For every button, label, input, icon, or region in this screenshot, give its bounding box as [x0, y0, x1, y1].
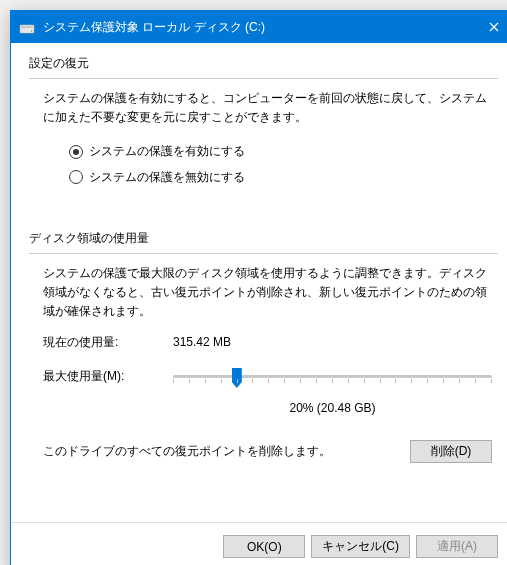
radio-disable-protection[interactable]: システムの保護を無効にする [43, 165, 492, 190]
divider [29, 78, 498, 79]
svg-rect-1 [21, 26, 33, 28]
radio-enable-label: システムの保護を有効にする [89, 142, 245, 161]
window-title: システム保護対象 ローカル ディスク (C:) [43, 19, 471, 36]
max-usage-label: 最大使用量(M): [43, 367, 173, 386]
titlebar: システム保護対象 ローカル ディスク (C:) [11, 11, 507, 43]
slider-value-text: 20% (20.48 GB) [173, 399, 492, 418]
dialog-footer: OK(O) キャンセル(C) 適用(A) [11, 522, 507, 565]
max-usage-slider[interactable] [173, 367, 492, 387]
drive-icon [19, 19, 35, 35]
usage-description: システムの保護で最大限のディスク領域を使用するように調整できます。ディスク領域が… [43, 264, 492, 322]
restore-section: 設定の復元 システムの保護を有効にすると、コンピューターを前回の状態に戻して、シ… [29, 55, 498, 190]
max-usage-row: 最大使用量(M): [43, 367, 492, 387]
radio-disable-label: システムの保護を無効にする [89, 168, 245, 187]
delete-row: このドライブのすべての復元ポイントを削除します。 削除(D) [29, 440, 498, 463]
usage-section: ディスク領域の使用量 システムの保護で最大限のディスク領域を使用するように調整で… [29, 230, 498, 463]
usage-header: ディスク領域の使用量 [29, 230, 498, 251]
radio-icon [69, 145, 83, 159]
current-usage-value: 315.42 MB [173, 333, 231, 352]
close-button[interactable] [471, 11, 507, 43]
current-usage-label: 現在の使用量: [43, 333, 173, 352]
svg-point-2 [31, 30, 33, 32]
dialog-body: 設定の復元 システムの保護を有効にすると、コンピューターを前回の状態に戻して、シ… [11, 43, 507, 522]
delete-description: このドライブのすべての復元ポイントを削除します。 [43, 443, 331, 460]
delete-button[interactable]: 削除(D) [410, 440, 492, 463]
cancel-button[interactable]: キャンセル(C) [311, 535, 410, 558]
restore-description: システムの保護を有効にすると、コンピューターを前回の状態に戻して、システムに加え… [43, 89, 492, 127]
system-protection-dialog: システム保護対象 ローカル ディスク (C:) 設定の復元 システムの保護を有効… [10, 10, 507, 565]
current-usage-row: 現在の使用量: 315.42 MB [43, 333, 492, 352]
radio-enable-protection[interactable]: システムの保護を有効にする [43, 139, 492, 164]
divider [29, 253, 498, 254]
restore-header: 設定の復元 [29, 55, 498, 76]
radio-icon [69, 170, 83, 184]
apply-button[interactable]: 適用(A) [416, 535, 498, 558]
ok-button[interactable]: OK(O) [223, 535, 305, 558]
